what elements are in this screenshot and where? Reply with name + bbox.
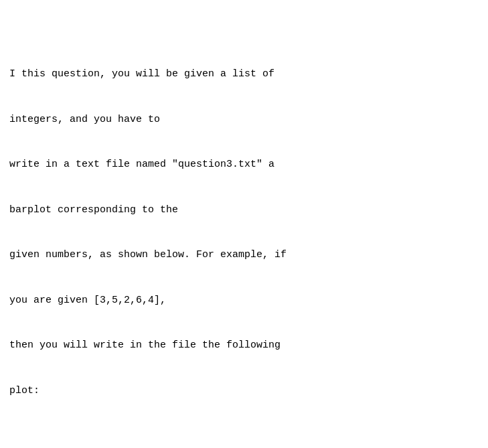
desc-line-1: I this question, you will be given a lis… xyxy=(9,67,479,82)
desc-line-3: write in a text file named "question3.tx… xyxy=(9,157,479,173)
desc-line-6: you are given [3,5,2,6,4], xyxy=(9,293,479,309)
desc-line-7: then you will write in the file the foll… xyxy=(9,338,479,354)
desc-line-8: plot: xyxy=(9,384,479,399)
desc-line-5: given numbers, as shown below. For examp… xyxy=(9,248,479,263)
desc-line-4: barplot corresponding to the xyxy=(9,203,479,218)
description-block: I this question, you will be given a lis… xyxy=(9,37,479,429)
desc-line-2: integers, and you have to xyxy=(9,113,479,128)
